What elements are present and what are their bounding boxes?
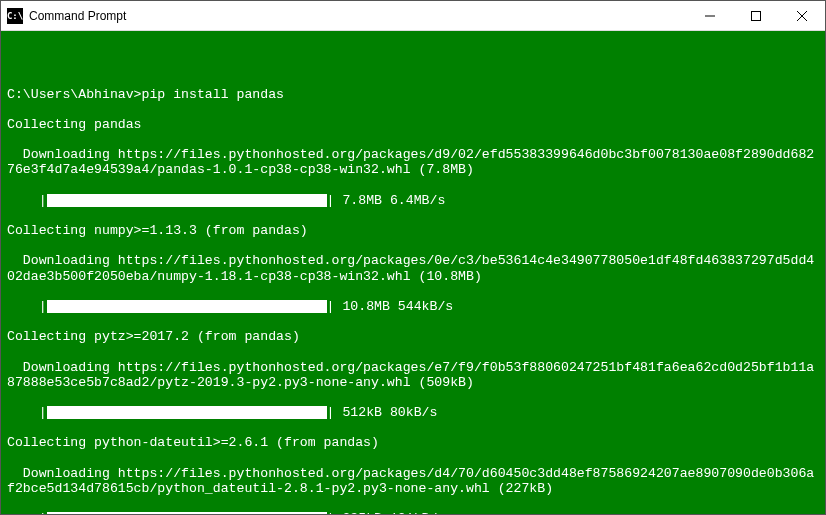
prompt-path: C:\Users\Abhinav> xyxy=(7,87,142,102)
progress-line: || 10.8MB 544kB/s xyxy=(7,299,819,314)
progress-bar xyxy=(47,194,327,207)
output-line: Downloading https://files.pythonhosted.o… xyxy=(7,360,819,390)
progress-stats: 10.8MB 544kB/s xyxy=(335,299,454,314)
output-line: Downloading https://files.pythonhosted.o… xyxy=(7,466,819,496)
progress-stats: 512kB 80kB/s xyxy=(335,405,438,420)
output-line: Collecting pytz>=2017.2 (from pandas) xyxy=(7,329,819,344)
progress-bar xyxy=(47,512,327,514)
output-line: Downloading https://files.pythonhosted.o… xyxy=(7,253,819,283)
progress-bar xyxy=(47,406,327,419)
progress-bar xyxy=(47,300,327,313)
prompt-line: C:\Users\Abhinav>pip install pandas xyxy=(7,87,819,102)
progress-line: || 7.8MB 6.4MB/s xyxy=(7,193,819,208)
terminal-body[interactable]: C:\Users\Abhinav>pip install pandas Coll… xyxy=(1,31,825,514)
command-prompt-window: C:\ Command Prompt C:\Users\Abhinav>pip … xyxy=(0,0,826,515)
window-controls xyxy=(687,1,825,30)
window-title: Command Prompt xyxy=(29,9,687,23)
command-text: pip install pandas xyxy=(142,87,284,102)
cmd-icon: C:\ xyxy=(7,8,23,24)
maximize-button[interactable] xyxy=(733,1,779,30)
close-button[interactable] xyxy=(779,1,825,30)
progress-stats: 235kB 121kB/s xyxy=(335,511,446,514)
output-line: Collecting numpy>=1.13.3 (from pandas) xyxy=(7,223,819,238)
cmd-icon-text: C:\ xyxy=(7,11,23,21)
output-line: Downloading https://files.pythonhosted.o… xyxy=(7,147,819,177)
output-line: Collecting pandas xyxy=(7,117,819,132)
progress-stats: 7.8MB 6.4MB/s xyxy=(335,193,446,208)
blank-line xyxy=(7,56,819,71)
titlebar: C:\ Command Prompt xyxy=(1,1,825,31)
progress-line: || 512kB 80kB/s xyxy=(7,405,819,420)
progress-line: || 235kB 121kB/s xyxy=(7,511,819,514)
minimize-button[interactable] xyxy=(687,1,733,30)
svg-rect-1 xyxy=(752,11,761,20)
output-line: Collecting python-dateutil>=2.6.1 (from … xyxy=(7,435,819,450)
